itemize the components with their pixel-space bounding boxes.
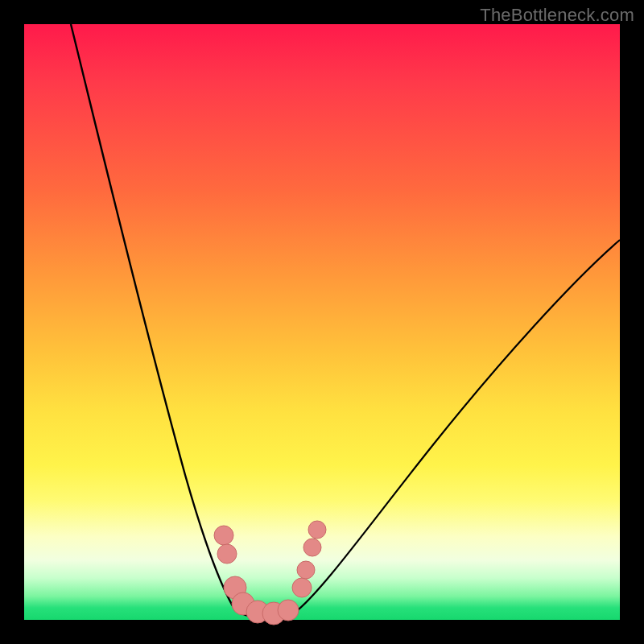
svg-point-9 [303, 539, 321, 556]
chart-svg [24, 24, 620, 620]
curve-left-branch [71, 24, 235, 610]
svg-point-1 [217, 544, 237, 564]
svg-point-0 [214, 526, 233, 545]
curve-right-branch [294, 240, 620, 613]
watermark-text: TheBottleneck.com [480, 5, 634, 26]
marker-cluster-left [214, 526, 285, 625]
chart-plot-area [24, 24, 620, 620]
chart-frame: TheBottleneck.com [0, 0, 644, 644]
svg-point-8 [297, 561, 315, 579]
svg-point-6 [278, 600, 299, 621]
svg-point-7 [292, 578, 312, 597]
svg-point-10 [308, 521, 326, 539]
